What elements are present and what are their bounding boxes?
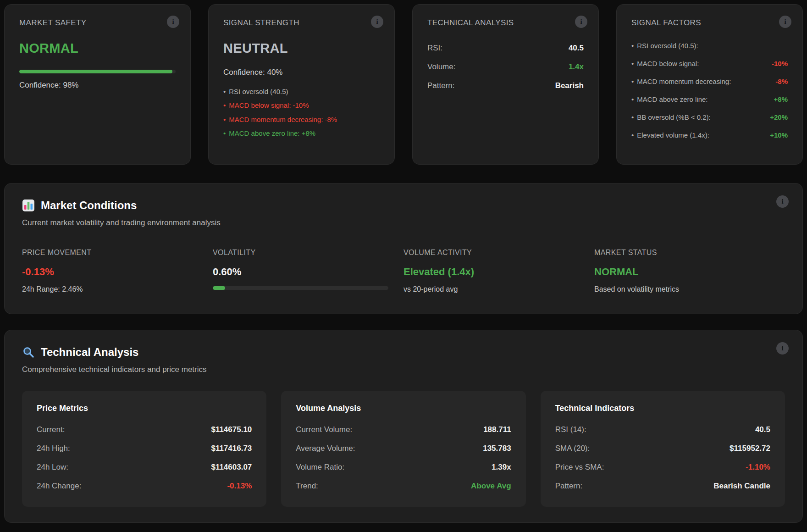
metric-value: 1.4x: [569, 62, 584, 72]
confidence-bar-track: [19, 70, 176, 73]
market-safety-header: MARKET SAFETY i: [19, 18, 176, 28]
bullet-icon: •: [223, 88, 226, 95]
signal-factors-card: SIGNAL FACTORS i •RSI oversold (40.5): •…: [616, 4, 803, 165]
technical-panels: Price Metrics Current: $114675.10 24h Hi…: [22, 391, 785, 507]
label-text: MACD below signal:: [637, 60, 699, 67]
label-text: BB oversold (%B < 0.2):: [637, 113, 711, 121]
metric-value: 1.39x: [492, 463, 511, 472]
info-icon[interactable]: i: [776, 342, 789, 355]
market-status-metric: MARKET STATUS NORMAL Based on volatility…: [594, 249, 785, 294]
market-conditions-metrics: PRICE MOVEMENT -0.13% 24h Range: 2.46% V…: [22, 249, 785, 298]
technical-analysis-section-title: Technical Analysis: [41, 346, 138, 359]
signal-factor-row: •BB oversold (%B < 0.2): +20%: [631, 113, 788, 121]
signal-factors-title: SIGNAL FACTORS: [631, 18, 701, 28]
panel-title: Price Metrics: [37, 404, 252, 413]
metric-label: 24h Change:: [37, 482, 81, 491]
metric-sub: Based on volatility metrics: [594, 285, 785, 294]
signal-factor-row: •MACD above zero line: +8%: [631, 95, 788, 103]
info-icon[interactable]: i: [776, 195, 789, 208]
metric-label: SMA (20):: [555, 444, 590, 453]
technical-analysis-section-header: Technical Analysis: [22, 346, 785, 359]
signal-factor-value: -8%: [775, 78, 788, 85]
market-conditions-title: Market Conditions: [41, 199, 137, 212]
magnifier-icon: [22, 346, 35, 359]
volatility-bar-track: [213, 286, 388, 290]
signal-strength-status: NEUTRAL: [223, 41, 380, 56]
price-metrics-panel: Price Metrics Current: $114675.10 24h Hi…: [22, 391, 266, 507]
market-safety-card: MARKET SAFETY i NORMAL Confidence: 98%: [4, 4, 191, 165]
bar-chart-icon: [22, 199, 35, 212]
technical-analysis-rows: RSI: 40.5 Volume: 1.4x Pattern: Bearish: [427, 44, 584, 90]
metric-value: 0.60%: [213, 266, 404, 278]
volatility-metric: VOLATILITY 0.60%: [213, 249, 404, 294]
metric-label: Pattern:: [427, 81, 455, 90]
signal-factor-row: •MACD momentum decreasing: -8%: [631, 78, 788, 85]
metric-row: SMA (20): $115952.72: [555, 444, 770, 453]
price-movement-metric: PRICE MOVEMENT -0.13% 24h Range: 2.46%: [22, 249, 213, 294]
metric-row: Volume: 1.4x: [427, 62, 584, 72]
panel-title: Technical Indicators: [555, 404, 770, 413]
signal-factor-label: •MACD below signal:: [631, 60, 699, 67]
metric-value: 188.711: [483, 425, 511, 434]
metric-value: -0.13%: [227, 482, 252, 491]
info-glyph: i: [784, 18, 786, 26]
market-safety-title: MARKET SAFETY: [19, 18, 87, 28]
metric-value: 40.5: [755, 425, 770, 434]
label-text: MACD above zero line:: [637, 95, 708, 103]
metric-label: 24h High:: [37, 444, 70, 453]
info-icon[interactable]: i: [575, 16, 587, 28]
metric-row: Current Volume: 188.711: [296, 425, 511, 434]
technical-analysis-section: i Technical Analysis Comprehensive techn…: [4, 330, 803, 523]
metric-value: $114603.07: [211, 463, 252, 472]
info-icon[interactable]: i: [167, 16, 179, 28]
metric-value: Bearish: [555, 81, 584, 90]
signal-factor-label: •MACD above zero line:: [631, 95, 708, 103]
factor-item: •RSI oversold (40.5): [223, 87, 380, 96]
metric-row: Average Volume: 135.783: [296, 444, 511, 453]
metric-label: RSI (14):: [555, 425, 586, 434]
signal-factor-label: •Elevated volume (1.4x):: [631, 131, 709, 139]
market-conditions-section: i Market Conditions Current market volat…: [4, 183, 803, 314]
signal-factors-rows: •RSI oversold (40.5): •MACD below signal…: [631, 42, 788, 139]
metric-row: Volume Ratio: 1.39x: [296, 463, 511, 472]
factor-text: MACD momentum decreasing: -8%: [229, 116, 337, 123]
metric-label: RSI:: [427, 44, 442, 53]
metric-header: VOLUME ACTIVITY: [404, 249, 594, 257]
metric-header: PRICE MOVEMENT: [22, 249, 213, 257]
info-icon[interactable]: i: [371, 16, 383, 28]
bullet-icon: •: [631, 60, 634, 67]
bullet-icon: •: [223, 129, 226, 137]
metric-row: 24h Change: -0.13%: [37, 482, 252, 491]
metric-value: -0.13%: [22, 266, 213, 278]
bullet-icon: •: [631, 78, 634, 85]
metric-label: Pattern:: [555, 482, 583, 491]
metric-value: -1.10%: [746, 463, 770, 472]
signal-factor-row: •Elevated volume (1.4x): +10%: [631, 131, 788, 139]
factor-item: •MACD above zero line: +8%: [223, 129, 380, 138]
summary-cards-row: MARKET SAFETY i NORMAL Confidence: 98% S…: [4, 4, 803, 165]
market-safety-confidence: Confidence: 98%: [19, 81, 176, 90]
metric-value: $114675.10: [211, 425, 252, 434]
technical-indicators-panel: Technical Indicators RSI (14): 40.5 SMA …: [541, 391, 785, 507]
info-glyph: i: [376, 18, 378, 26]
signal-factors-header: SIGNAL FACTORS i: [631, 18, 788, 28]
info-glyph: i: [781, 198, 783, 205]
signal-strength-card: SIGNAL STRENGTH i NEUTRAL Confidence: 40…: [208, 4, 395, 165]
signal-factor-label: •RSI oversold (40.5):: [631, 42, 698, 50]
signal-factor-row: •RSI oversold (40.5):: [631, 42, 788, 50]
technical-analysis-card: TECHNICAL ANALYSIS i RSI: 40.5 Volume: 1…: [412, 4, 599, 165]
signal-factor-label: •MACD momentum decreasing:: [631, 78, 731, 85]
metric-value: $117416.73: [211, 444, 252, 453]
metric-sub: vs 20-period avg: [404, 285, 594, 294]
metric-label: Current:: [37, 425, 65, 434]
metric-label: Price vs SMA:: [555, 463, 604, 472]
panel-title: Volume Analysis: [296, 404, 511, 413]
metric-value: Bearish Candle: [713, 482, 770, 491]
volatility-bar-fill: [213, 286, 225, 290]
info-icon[interactable]: i: [779, 16, 791, 28]
signal-strength-header: SIGNAL STRENGTH i: [223, 18, 380, 28]
metric-value: 135.783: [483, 444, 511, 453]
metric-value: NORMAL: [594, 266, 785, 278]
metric-label: Average Volume:: [296, 444, 355, 453]
metric-value: 40.5: [569, 44, 584, 53]
